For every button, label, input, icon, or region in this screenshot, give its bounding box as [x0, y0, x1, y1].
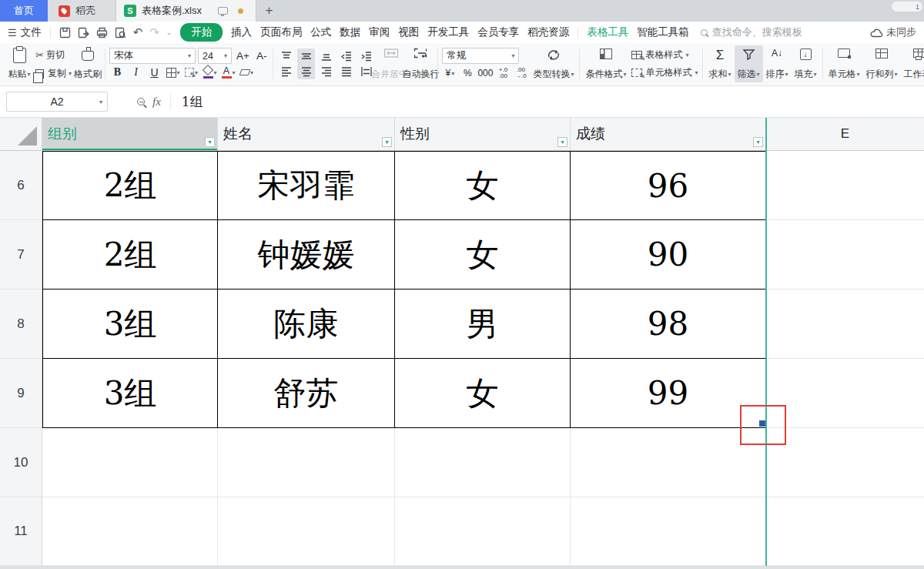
cell-a10[interactable]: [42, 428, 218, 497]
ribbon-tab-review[interactable]: 审阅: [369, 25, 390, 39]
cell-c9[interactable]: 女: [395, 359, 571, 428]
paste-button[interactable]: 粘贴▾: [5, 45, 34, 82]
cell-a11[interactable]: [42, 497, 218, 566]
column-header-b[interactable]: 姓名 ▾: [218, 118, 395, 150]
cell-d11[interactable]: [571, 497, 766, 566]
cell-d7[interactable]: 90: [571, 220, 766, 290]
ribbon-tab-docer-resources[interactable]: 稻壳资源: [527, 25, 569, 39]
conditional-format-button[interactable]: 条件格式▾: [582, 45, 629, 82]
increase-decimal-button[interactable]: +.0.00: [495, 66, 511, 80]
cell-e9[interactable]: [766, 359, 924, 428]
filter-dropdown-c[interactable]: ▾: [557, 137, 567, 147]
align-center-button[interactable]: [297, 64, 315, 79]
filter-dropdown-b[interactable]: ▾: [382, 137, 392, 147]
column-header-d[interactable]: 成绩 ▾: [571, 118, 766, 150]
row-header-6[interactable]: 6: [0, 151, 42, 220]
menu-file[interactable]: ☰ 文件: [8, 25, 42, 39]
sort-button[interactable]: A↓ 排序▾: [763, 45, 792, 82]
cell-b11[interactable]: [218, 497, 395, 566]
shrink-font-button[interactable]: A-: [254, 50, 270, 62]
ribbon-tab-page-layout[interactable]: 页面布局: [260, 25, 302, 39]
cell-a6[interactable]: 2组: [42, 151, 218, 220]
wrap-text-button[interactable]: 自动换行: [406, 45, 435, 82]
new-tab-button[interactable]: +: [256, 0, 282, 22]
grow-font-button[interactable]: A+: [234, 50, 252, 62]
print-preview-icon[interactable]: [115, 27, 126, 38]
cell-d9[interactable]: 99: [571, 359, 766, 428]
zoom-formula-icon[interactable]: [137, 98, 145, 105]
cell-e6[interactable]: [766, 151, 924, 220]
thousands-button[interactable]: 000: [477, 66, 493, 80]
rows-cols-button[interactable]: 行和列▾: [863, 45, 901, 82]
undo-icon[interactable]: ↶: [133, 25, 143, 39]
number-format-select[interactable]: 常规 ▾: [442, 48, 519, 64]
percent-button[interactable]: %: [460, 66, 475, 80]
cell-d10[interactable]: [571, 428, 766, 497]
ribbon-tab-view[interactable]: 视图: [398, 25, 419, 39]
ribbon-tab-data[interactable]: 数据: [340, 25, 360, 39]
row-header-7[interactable]: 7: [0, 220, 42, 290]
worksheet-button[interactable]: 工作表▾: [901, 45, 924, 82]
cells-button[interactable]: 单元格▾: [825, 45, 863, 82]
justify-button[interactable]: [337, 64, 355, 79]
decrease-decimal-button[interactable]: .00→.0: [513, 66, 528, 80]
ribbon-tab-insert[interactable]: 插入: [231, 25, 252, 39]
cell-b6[interactable]: 宋羽霏: [218, 151, 395, 220]
ribbon-tab-developer[interactable]: 开发工具: [427, 25, 469, 39]
italic-button[interactable]: I: [128, 65, 144, 80]
sum-button[interactable]: Σ 求和▾: [705, 45, 734, 82]
tab-home[interactable]: 首页: [0, 0, 48, 22]
cell-d8[interactable]: 98: [571, 290, 766, 359]
tab-docer[interactable]: 稻壳: [48, 0, 116, 22]
increase-indent-button[interactable]: [357, 49, 375, 64]
bold-button[interactable]: B: [109, 65, 126, 80]
cell-d6[interactable]: 96: [571, 151, 766, 220]
cell-c6[interactable]: 女: [395, 151, 571, 220]
draw-border-button[interactable]: ▾: [183, 65, 199, 80]
save-icon[interactable]: [59, 27, 71, 38]
filter-dropdown-a[interactable]: ▾: [205, 137, 215, 147]
cell-c10[interactable]: [395, 428, 571, 497]
column-header-c[interactable]: 性别 ▾: [395, 118, 571, 150]
align-top-button[interactable]: [277, 49, 295, 64]
cell-style-button[interactable]: 单元格样式 ▾: [631, 66, 698, 79]
select-all-corner[interactable]: [0, 118, 42, 150]
cell-b9[interactable]: 舒苏: [218, 359, 395, 428]
name-box[interactable]: A2 ▾: [6, 92, 108, 112]
font-size-select[interactable]: 24 ▾: [198, 48, 232, 64]
row-header-8[interactable]: 8: [0, 290, 42, 359]
ribbon-tab-table-tools[interactable]: 表格工具: [587, 25, 628, 39]
align-middle-button[interactable]: [297, 49, 315, 64]
cell-e10[interactable]: [766, 428, 924, 497]
formula-content[interactable]: 1组: [182, 93, 203, 111]
cell-a7[interactable]: 2组: [42, 220, 218, 290]
quick-access-caret-icon[interactable]: ⌄: [166, 28, 172, 36]
cell-a8[interactable]: 3组: [42, 290, 218, 359]
column-header-a[interactable]: 组别 ▾: [42, 118, 218, 150]
print-icon[interactable]: [96, 27, 108, 38]
fill-color-button[interactable]: ▾: [202, 65, 218, 80]
align-left-button[interactable]: [277, 64, 295, 79]
filter-dropdown-d[interactable]: ▾: [753, 137, 763, 147]
borders-button[interactable]: ▾: [165, 65, 181, 80]
cell-a9[interactable]: 3组: [42, 359, 218, 428]
cut-button[interactable]: ✂ 剪切: [35, 49, 72, 62]
cell-b10[interactable]: [218, 428, 395, 497]
align-right-button[interactable]: [317, 64, 335, 79]
decrease-indent-button[interactable]: [337, 49, 355, 64]
underline-button[interactable]: U: [146, 65, 162, 80]
cell-c8[interactable]: 男: [395, 290, 571, 359]
export-icon[interactable]: [78, 27, 89, 38]
cell-c11[interactable]: [395, 497, 571, 566]
row-header-10[interactable]: 10: [0, 428, 42, 497]
sync-status[interactable]: 未同步: [870, 25, 916, 39]
tab-document[interactable]: S 表格案例.xlsx: [116, 0, 256, 22]
cell-e8[interactable]: [766, 290, 924, 359]
row-header-9[interactable]: 9: [0, 359, 42, 428]
cell-c7[interactable]: 女: [395, 220, 571, 290]
ribbon-tab-smart-toolbox[interactable]: 智能工具箱: [637, 25, 689, 39]
fill-button[interactable]: ↓ 填充▾: [792, 45, 820, 82]
command-search[interactable]: 查找命令、搜索模板: [701, 25, 802, 39]
cell-e11[interactable]: [766, 497, 924, 566]
currency-button[interactable]: ¥▾: [442, 66, 457, 80]
